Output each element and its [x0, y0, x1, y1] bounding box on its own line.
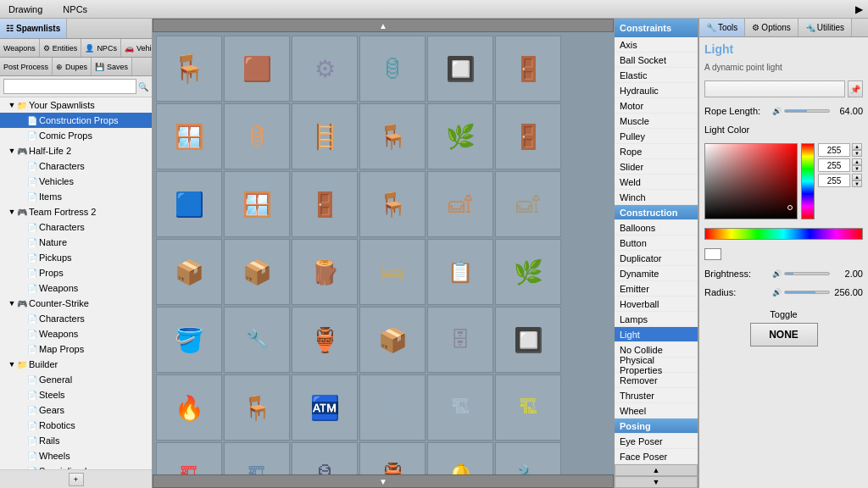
tree-item-tf2-props[interactable]: 📄 Props: [0, 265, 152, 280]
color-gradient[interactable]: [704, 143, 798, 219]
cat-axis[interactable]: Axis: [615, 37, 698, 53]
cat-balloons[interactable]: Balloons: [615, 220, 698, 236]
cat-face-poser[interactable]: Face Poser: [615, 449, 698, 464]
cat-duplicator[interactable]: Duplicator: [615, 251, 698, 266]
tab-entities[interactable]: ⚙ Entities: [40, 39, 82, 57]
none-button[interactable]: NONE: [750, 323, 818, 347]
menu-drawing[interactable]: Drawing: [5, 3, 46, 16]
grid-item-14[interactable]: 🪟: [224, 171, 290, 237]
props-tab-utilities[interactable]: 🔩 Utilities: [798, 19, 852, 36]
tree-item-builder[interactable]: ▼ 📁 Builder: [0, 357, 152, 372]
grid-item-28[interactable]: 📦: [359, 307, 426, 373]
color-swatches[interactable]: [704, 228, 863, 240]
grid-item-6[interactable]: 🚪: [495, 36, 561, 102]
grid-item-25[interactable]: 🪣: [156, 307, 222, 373]
grid-item-12[interactable]: 🚪: [495, 103, 561, 169]
cat-remover[interactable]: Remover: [615, 373, 698, 388]
color-r-down[interactable]: ▼: [852, 150, 862, 157]
tree-item-builder-general[interactable]: 📄 General: [0, 372, 152, 387]
grid-item-13[interactable]: 🟦: [156, 171, 222, 237]
tab-weapons[interactable]: Weapons: [0, 39, 40, 57]
color-b-up[interactable]: ▲: [852, 174, 862, 180]
tree-view[interactable]: ▼ 📁 Your Spawnlists 📄 Construction Props…: [0, 97, 152, 469]
grid-item-36[interactable]: 🏗: [495, 374, 561, 441]
grid-item-41[interactable]: 🔔: [427, 442, 493, 474]
grid-item-15[interactable]: 🚪: [292, 171, 358, 237]
cat-scroll-up[interactable]: ▲: [615, 464, 698, 476]
cat-hydraulic[interactable]: Hydraulic: [615, 83, 698, 98]
tab-spawnlists[interactable]: ☷ Spawnlists: [0, 19, 67, 38]
grid-item-27[interactable]: 🏺: [292, 307, 358, 373]
tree-item-comic-props[interactable]: 📄 Comic Props: [0, 128, 152, 143]
grid-item-17[interactable]: 🛋: [427, 171, 493, 237]
grid-item-37[interactable]: 🏗: [156, 442, 222, 474]
cat-button[interactable]: Button: [615, 236, 698, 251]
grid-item-7[interactable]: 🪟: [156, 103, 222, 169]
tab-saves[interactable]: 💾 Saves: [92, 58, 132, 75]
grid-item-32[interactable]: 🪑: [224, 374, 290, 441]
color-g-input[interactable]: [818, 158, 850, 172]
light-type-dropdown[interactable]: [704, 80, 845, 97]
grid-item-31[interactable]: 🔥: [156, 374, 222, 441]
cat-motor[interactable]: Motor: [615, 98, 698, 114]
cat-pulley[interactable]: Pulley: [615, 129, 698, 144]
cat-muscle[interactable]: Muscle: [615, 114, 698, 129]
search-input[interactable]: [3, 79, 136, 94]
tree-item-hl2[interactable]: ▼ 🎮 Half-Life 2: [0, 143, 152, 158]
tree-item-builder-robotics[interactable]: 📄 Robotics: [0, 418, 152, 433]
color-r-input[interactable]: [818, 143, 850, 157]
tree-item-builder-wheels[interactable]: 📄 Wheels: [0, 448, 152, 463]
tree-item-builder-rails[interactable]: 📄 Rails: [0, 433, 152, 448]
grid-item-19[interactable]: 📦: [156, 239, 222, 305]
tree-item-cs-characters[interactable]: 📄 Characters: [0, 311, 152, 326]
menu-npcs[interactable]: NPCs: [59, 3, 91, 16]
tree-item-tf2-pickups[interactable]: 📄 Pickups: [0, 250, 152, 265]
props-tab-options[interactable]: ⚙ Options: [745, 19, 798, 36]
tree-item-your-spawnlists[interactable]: ▼ 📁 Your Spawnlists: [0, 97, 152, 113]
cat-scroll-down[interactable]: ▼: [615, 476, 698, 488]
props-dropdown-pin[interactable]: 📌: [848, 80, 863, 97]
menu-expand-arrow[interactable]: ▶: [855, 3, 863, 15]
cat-thruster[interactable]: Thruster: [615, 388, 698, 403]
grid-item-34[interactable]: 🏗: [359, 374, 426, 441]
tree-item-cs-mapprops[interactable]: 📄 Map Props: [0, 341, 152, 357]
grid-item-22[interactable]: 🛏: [359, 239, 426, 305]
tree-item-builder-gears[interactable]: 📄 Gears: [0, 402, 152, 418]
search-icon[interactable]: 🔍: [138, 82, 148, 92]
tab-vehicles[interactable]: 🚗 Vehicles: [121, 39, 152, 57]
color-b-input[interactable]: [818, 174, 850, 187]
color-b-down[interactable]: ▼: [852, 180, 862, 187]
grid-item-29[interactable]: 🗄: [427, 307, 493, 373]
tree-item-hl2-vehicles[interactable]: 📄 Vehicles: [0, 174, 152, 189]
color-hue-bar[interactable]: [801, 143, 815, 219]
grid-item-35[interactable]: 🏗: [427, 374, 493, 441]
cat-slider[interactable]: Slider: [615, 159, 698, 175]
cat-ball-socket[interactable]: Ball Socket: [615, 53, 698, 68]
items-grid[interactable]: 🪑 🟫 ⚙ 🛢 🔲 🚪 🪟 🛢: [153, 32, 614, 474]
grid-item-11[interactable]: 🌿: [427, 103, 493, 169]
grid-item-4[interactable]: 🛢: [359, 36, 426, 102]
tab-postprocess[interactable]: Post Process: [0, 58, 53, 75]
grid-item-5[interactable]: 🔲: [427, 36, 493, 102]
cat-rope[interactable]: Rope: [615, 144, 698, 159]
grid-item-26[interactable]: 🔧: [224, 307, 290, 373]
cat-emitter[interactable]: Emitter: [615, 281, 698, 297]
cat-light[interactable]: Light: [615, 327, 698, 342]
tree-item-construction-props[interactable]: 📄 Construction Props: [0, 113, 152, 128]
props-tab-tools[interactable]: 🔧 Tools: [699, 19, 745, 36]
cat-elastic[interactable]: Elastic: [615, 68, 698, 83]
grid-item-40[interactable]: 🏺: [359, 442, 426, 474]
grid-item-8[interactable]: 🛢: [224, 103, 290, 169]
cat-physical-props[interactable]: Physical Properties: [615, 358, 698, 373]
grid-item-16[interactable]: 🪑: [359, 171, 426, 237]
tree-item-hl2-characters[interactable]: 📄 Characters: [0, 158, 152, 174]
tree-item-tf2-characters[interactable]: 📄 Characters: [0, 219, 152, 235]
scroll-down-arrow[interactable]: ▼: [153, 474, 614, 488]
cat-eye-poser[interactable]: Eye Poser: [615, 434, 698, 449]
tab-npcs[interactable]: 👤 NPCs: [81, 39, 121, 57]
grid-item-3[interactable]: ⚙: [292, 36, 358, 102]
radius-slider[interactable]: [784, 291, 830, 294]
grid-item-39[interactable]: 🛢: [292, 442, 358, 474]
color-g-down[interactable]: ▼: [852, 165, 862, 172]
grid-item-18[interactable]: 🛋: [495, 171, 561, 237]
